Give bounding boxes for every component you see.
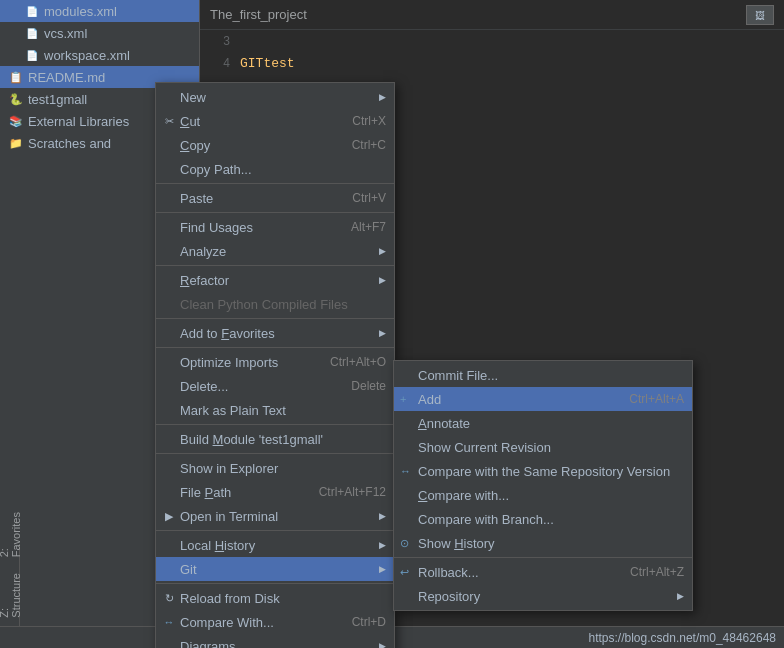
menu-item-find-usages[interactable]: Find Usages Alt+F7 <box>156 215 394 239</box>
menu-label-optimize-imports: Optimize Imports <box>180 355 278 370</box>
submenu-item-annotate[interactable]: Annotate <box>394 411 692 435</box>
menu-item-diagrams[interactable]: Diagrams <box>156 634 394 648</box>
sidebar-label-scratches: Scratches and <box>28 136 111 151</box>
submenu-item-rollback[interactable]: ↩ Rollback... Ctrl+Alt+Z <box>394 560 692 584</box>
folder-icon-scratches: 📁 <box>8 135 24 151</box>
menu-label-show-in-explorer: Show in Explorer <box>180 461 278 476</box>
context-menu: New ✂ Cut Ctrl+X Copy Ctrl+C Copy Path..… <box>155 82 395 648</box>
vtab-favorites-label: 2: Favorites <box>0 512 22 557</box>
vtab-structure[interactable]: Z: Structure <box>0 565 24 626</box>
xml-icon-vcs: 📄 <box>24 25 40 41</box>
status-url: https://blog.csdn.net/m0_48462648 <box>589 631 776 645</box>
menu-label-new: New <box>180 90 206 105</box>
breadcrumb-title: The_first_project <box>210 7 307 22</box>
menu-label-clean-python: Clean Python Compiled Files <box>180 297 348 312</box>
vertical-tabs: Z: Structure 2: Favorites <box>0 546 20 626</box>
menu-shortcut-file-path: Ctrl+Alt+F12 <box>319 485 386 499</box>
sidebar-label-readme: README.md <box>28 70 105 85</box>
submenu-label-show-history: Show History <box>418 536 495 551</box>
menu-label-find-usages: Find Usages <box>180 220 253 235</box>
separator-2 <box>156 212 394 213</box>
separator-9 <box>156 583 394 584</box>
history-icon: ⊙ <box>400 537 409 550</box>
menu-item-copy[interactable]: Copy Ctrl+C <box>156 133 394 157</box>
separator-1 <box>156 183 394 184</box>
submenu-item-show-history[interactable]: ⊙ Show History <box>394 531 692 555</box>
menu-label-add-to-favorites: Add to Favorites <box>180 326 275 341</box>
menu-item-file-path[interactable]: File Path Ctrl+Alt+F12 <box>156 480 394 504</box>
sidebar-label-test1gmall: test1gmall <box>28 92 87 107</box>
menu-item-add-to-favorites[interactable]: Add to Favorites <box>156 321 394 345</box>
line-number-3: 3 <box>200 34 240 48</box>
vtab-favorites[interactable]: 2: Favorites <box>0 504 24 565</box>
menu-shortcut-find-usages: Alt+F7 <box>351 220 386 234</box>
vtab-structure-label: Z: Structure <box>0 573 22 618</box>
function-name: GITtest <box>240 56 295 71</box>
separator-4 <box>156 318 394 319</box>
toolbar-image-button[interactable]: 🖼 <box>746 5 774 25</box>
editor-line-3: 3 <box>200 30 784 52</box>
menu-shortcut-compare: Ctrl+D <box>352 615 386 629</box>
menu-shortcut-delete: Delete <box>351 379 386 393</box>
submenu-item-compare-with-branch[interactable]: Compare with Branch... <box>394 507 692 531</box>
menu-label-reload-from-disk: Reload from Disk <box>180 591 280 606</box>
menu-item-clean-python: Clean Python Compiled Files <box>156 292 394 316</box>
git-submenu: Commit File... + Add Ctrl+Alt+A Annotate… <box>393 360 693 611</box>
sidebar-item-workspace-xml[interactable]: 📄 workspace.xml <box>0 44 199 66</box>
submenu-item-repository[interactable]: Repository <box>394 584 692 608</box>
editor-header: The_first_project 🖼 <box>200 0 784 30</box>
menu-item-git[interactable]: Git <box>156 557 394 581</box>
line-number-4: 4 <box>200 56 240 70</box>
sidebar-item-modules-xml[interactable]: 📄 modules.xml <box>0 0 199 22</box>
separator-5 <box>156 347 394 348</box>
sidebar-item-vcs-xml[interactable]: 📄 vcs.xml <box>0 22 199 44</box>
sidebar-label-modules-xml: modules.xml <box>44 4 117 19</box>
submenu-shortcut-add: Ctrl+Alt+A <box>629 392 684 406</box>
menu-label-compare-with: Compare With... <box>180 615 274 630</box>
menu-item-show-in-explorer[interactable]: Show in Explorer <box>156 456 394 480</box>
sidebar-label-workspace-xml: workspace.xml <box>44 48 130 63</box>
submenu-label-commit-file: Commit File... <box>418 368 498 383</box>
submenu-item-add[interactable]: + Add Ctrl+Alt+A <box>394 387 692 411</box>
submenu-label-compare-with-branch: Compare with Branch... <box>418 512 554 527</box>
submenu-item-compare-with[interactable]: Compare with... <box>394 483 692 507</box>
menu-item-analyze[interactable]: Analyze <box>156 239 394 263</box>
menu-item-compare-with[interactable]: ↔ Compare With... Ctrl+D <box>156 610 394 634</box>
menu-shortcut-paste: Ctrl+V <box>352 191 386 205</box>
submenu-separator-1 <box>394 557 692 558</box>
sidebar-label-external-libs: External Libraries <box>28 114 129 129</box>
menu-item-new[interactable]: New <box>156 85 394 109</box>
menu-item-local-history[interactable]: Local History <box>156 533 394 557</box>
menu-label-file-path: File Path <box>180 485 231 500</box>
menu-shortcut-cut: Ctrl+X <box>352 114 386 128</box>
submenu-item-compare-same-repo[interactable]: ↔ Compare with the Same Repository Versi… <box>394 459 692 483</box>
menu-item-build-module[interactable]: Build Module 'test1gmall' <box>156 427 394 451</box>
menu-item-delete[interactable]: Delete... Delete <box>156 374 394 398</box>
add-icon: + <box>400 393 406 405</box>
md-icon: 📋 <box>8 69 24 85</box>
submenu-label-add: Add <box>418 392 441 407</box>
line-content-4[interactable]: GITtest <box>240 56 295 71</box>
compare-repo-icon: ↔ <box>400 465 411 477</box>
menu-item-open-in-terminal[interactable]: ▶ Open in Terminal <box>156 504 394 528</box>
menu-label-delete: Delete... <box>180 379 228 394</box>
submenu-label-annotate: Annotate <box>418 416 470 431</box>
menu-item-refactor[interactable]: Refactor <box>156 268 394 292</box>
menu-item-cut[interactable]: ✂ Cut Ctrl+X <box>156 109 394 133</box>
rollback-icon: ↩ <box>400 566 409 579</box>
submenu-item-show-current-revision[interactable]: Show Current Revision <box>394 435 692 459</box>
submenu-label-show-current-revision: Show Current Revision <box>418 440 551 455</box>
submenu-item-commit-file[interactable]: Commit File... <box>394 363 692 387</box>
editor-line-4: 4 GITtest <box>200 52 784 74</box>
menu-item-reload-from-disk[interactable]: ↻ Reload from Disk <box>156 586 394 610</box>
separator-3 <box>156 265 394 266</box>
lib-icon: 📚 <box>8 113 24 129</box>
menu-item-copy-path[interactable]: Copy Path... <box>156 157 394 181</box>
menu-item-mark-plain-text[interactable]: Mark as Plain Text <box>156 398 394 422</box>
menu-label-refactor: Refactor <box>180 273 229 288</box>
terminal-arrow-icon: ▶ <box>162 510 176 523</box>
submenu-label-compare-with: Compare with... <box>418 488 509 503</box>
menu-item-optimize-imports[interactable]: Optimize Imports Ctrl+Alt+O <box>156 350 394 374</box>
xml-icon-workspace: 📄 <box>24 47 40 63</box>
menu-item-paste[interactable]: Paste Ctrl+V <box>156 186 394 210</box>
